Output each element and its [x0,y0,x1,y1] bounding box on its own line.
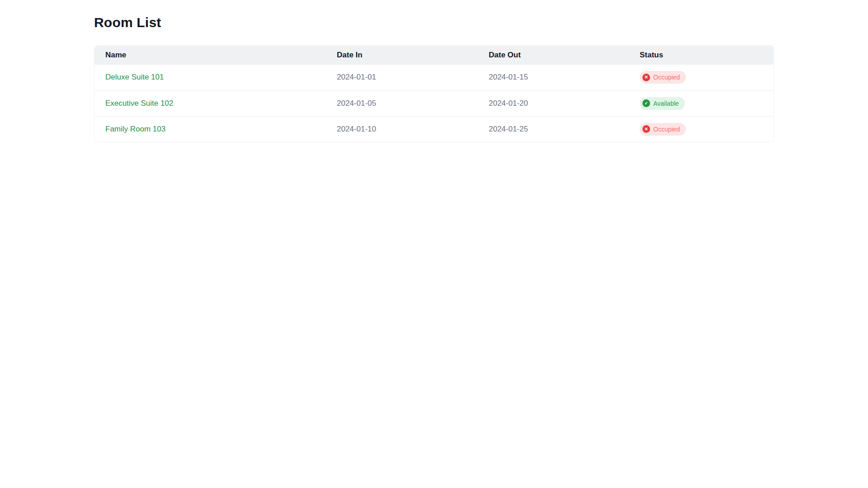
page-title: Room List [94,14,774,31]
status-badge: ✕ Occupied [640,123,686,136]
date-out-cell: 2024-01-25 [478,116,629,142]
date-out-cell: 2024-01-15 [478,65,629,90]
status-badge: ✕ Occupied [640,71,686,84]
status-badge: ✓ Available [640,97,685,110]
x-circle-icon: ✕ [642,125,650,133]
column-header-date-in: Date In [326,45,478,65]
room-name-cell: Deluxe Suite 101 [94,65,326,90]
check-circle-icon: ✓ [642,99,650,107]
room-name-cell: Family Room 103 [94,116,326,142]
room-list-card: Name Date In Date Out Status Deluxe Suit… [94,45,774,142]
table-row: Executive Suite 102 2024-01-05 2024-01-2… [94,90,774,116]
room-name-link[interactable]: Family Room 103 [105,125,165,133]
date-in-cell: 2024-01-01 [326,65,478,90]
table-row: Family Room 103 2024-01-10 2024-01-25 ✕ … [94,116,774,142]
column-header-date-out: Date Out [478,45,629,65]
room-name-link[interactable]: Executive Suite 102 [105,99,173,108]
table-header-row: Name Date In Date Out Status [94,45,774,65]
status-cell: ✕ Occupied [629,116,774,142]
page-content: Room List Name Date In Date Out Status D… [94,0,774,142]
date-in-cell: 2024-01-05 [326,90,478,116]
date-out-cell: 2024-01-20 [478,90,629,116]
room-list-table: Name Date In Date Out Status Deluxe Suit… [94,45,774,142]
column-header-status: Status [629,45,774,65]
room-name-link[interactable]: Deluxe Suite 101 [105,73,164,81]
date-in-cell: 2024-01-10 [326,116,478,142]
status-cell: ✓ Available [629,90,774,116]
table-row: Deluxe Suite 101 2024-01-01 2024-01-15 ✕… [94,65,774,90]
column-header-name: Name [94,45,326,65]
room-name-cell: Executive Suite 102 [94,90,326,116]
status-cell: ✕ Occupied [629,65,774,90]
x-circle-icon: ✕ [642,74,650,81]
